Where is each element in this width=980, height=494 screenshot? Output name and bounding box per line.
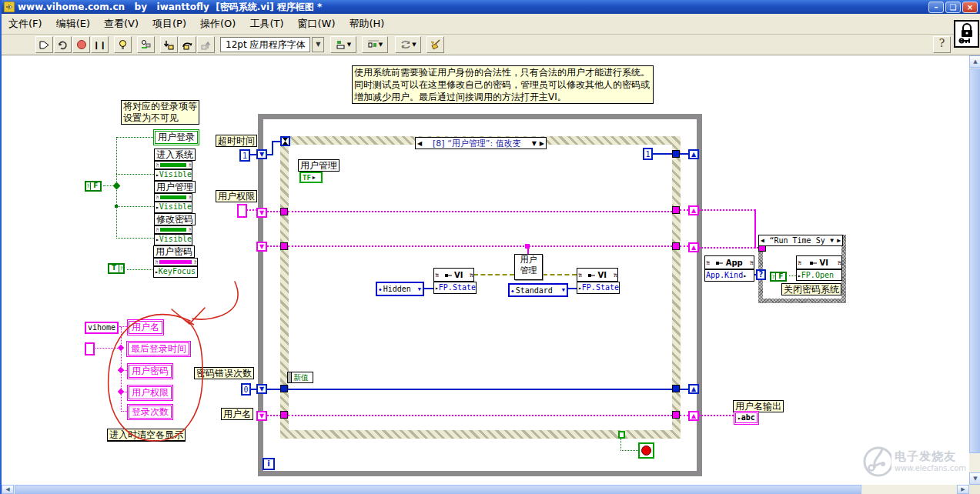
loop-condition-terminal[interactable] — [638, 442, 654, 459]
close-system-label[interactable]: 关闭密码系统 — [781, 283, 841, 295]
tunnel[interactable] — [280, 411, 288, 419]
case-selector-terminal[interactable]: ? — [756, 269, 766, 280]
fp-state-enum-standard[interactable]: ◆Standard▼ — [508, 283, 568, 297]
shift-register-right-uname[interactable]: ▲ — [688, 411, 699, 421]
change-pwd-node-label[interactable]: 修改密码 — [154, 213, 196, 225]
last-login-local[interactable]: 最后登录时间 — [126, 341, 191, 357]
shift-register-right-priv[interactable]: ▲ — [688, 205, 699, 215]
user-pwd-local[interactable]: 用户密码 — [127, 363, 173, 379]
context-help-button[interactable]: ? — [933, 36, 951, 53]
menu-file[interactable]: 文件(F) — [2, 15, 49, 32]
shift-register-right-error[interactable]: ▲ — [688, 242, 699, 252]
menu-view[interactable]: 查看(V) — [97, 15, 145, 32]
close-button[interactable]: × — [962, 2, 978, 13]
change-pwd-node-bar[interactable]: ?!?! — [154, 225, 192, 234]
tunnel[interactable] — [672, 242, 680, 250]
scroll-down-arrow[interactable]: ▼ — [969, 472, 980, 485]
font-selector[interactable]: 12pt 应用程序字体 — [220, 37, 310, 52]
prev-case-icon[interactable]: ◀ — [416, 140, 423, 147]
run-continuous-button[interactable] — [54, 36, 72, 53]
event-structure[interactable] — [280, 136, 681, 439]
title-bar[interactable]: www.vihome.com.cn by iwanttofly [密码系统.vi… — [2, 0, 980, 14]
menu-window[interactable]: 窗口(W) — [291, 15, 343, 32]
next-case-icon[interactable]: ▶ — [538, 140, 546, 147]
run-button[interactable] — [35, 36, 53, 53]
align-objects-dropdown[interactable]: ▼ — [330, 36, 356, 53]
user-mgmt-boolean-terminal[interactable]: TF▸ — [299, 172, 323, 183]
retain-wire-values-button[interactable] — [137, 36, 155, 53]
fp-state-enum-hidden[interactable]: ◆Hidden▼ — [376, 282, 424, 296]
shift-register-left-timeout[interactable]: ▼ — [256, 149, 267, 159]
step-over-button[interactable] — [179, 36, 196, 53]
horizontal-scroll-thumb[interactable] — [15, 485, 861, 494]
pwd-error-label[interactable]: 密码错误次数 — [194, 367, 254, 379]
user-pwd-keyfocus-property[interactable]: ▸KeyFocus — [153, 266, 198, 278]
case-dropdown-icon[interactable]: ▼ — [530, 140, 538, 147]
prev-case-icon[interactable]: ◀ — [759, 237, 766, 244]
event-data-node-newval[interactable]: 新值 — [287, 372, 313, 383]
iteration-constant[interactable]: 1 — [643, 148, 653, 160]
step-into-button[interactable] — [160, 36, 178, 53]
case-dropdown-icon[interactable]: ▼ — [828, 237, 835, 244]
vi-property-node-header[interactable]: ?! VI?! — [577, 268, 618, 282]
fp-open-property[interactable]: ▸FP.Open — [796, 269, 842, 281]
username-local[interactable]: 用户名 — [127, 319, 164, 335]
case-selector-header[interactable]: ◀ “Run Time Sy ▼ ▶ — [758, 235, 843, 246]
true-constant[interactable]: T? — [108, 263, 125, 274]
false-constant-case[interactable]: ?F — [770, 272, 787, 282]
enter-system-node-bar[interactable]: ?!?! — [154, 161, 192, 169]
tunnel[interactable] — [280, 242, 288, 250]
timeout-label[interactable]: 超时时间 — [216, 135, 257, 147]
vi-property-node-header[interactable]: ?! VI?! — [433, 268, 474, 282]
step-out-button[interactable] — [197, 36, 215, 53]
login-local-variable[interactable]: 用户登录 — [153, 129, 199, 145]
shift-register-left-count[interactable]: ▼ — [256, 384, 267, 394]
fp-state-property-2[interactable]: ▸FP.State — [577, 282, 620, 294]
fp-state-property-1[interactable]: ▸FP.State — [433, 282, 477, 294]
reorder-dropdown[interactable]: ▼ — [395, 36, 421, 53]
boolean-tunnel[interactable] — [618, 431, 625, 439]
shift-register-right-timeout[interactable]: ▲ — [688, 149, 699, 159]
username-label[interactable]: 用户名 — [221, 408, 253, 420]
shift-register-left-uname[interactable]: ▼ — [256, 411, 267, 421]
scroll-right-arrow[interactable]: ▶ — [957, 485, 969, 494]
vi-property-node-header[interactable]: ?! VI?! — [796, 255, 842, 269]
user-mgmt-node-bar[interactable]: ?!?! — [154, 193, 192, 202]
tunnel[interactable] — [672, 385, 680, 392]
menu-help[interactable]: 帮助(H) — [343, 15, 392, 32]
scroll-up-arrow[interactable]: ▲ — [969, 55, 980, 68]
user-mgmt-node-label[interactable]: 用户管理 — [154, 181, 196, 193]
minimize-button[interactable]: – — [928, 2, 944, 13]
login-count-local[interactable]: 登录次数 — [127, 404, 173, 420]
diagram-comment-clear[interactable]: 进入时清空各显示 — [107, 429, 186, 442]
user-mgmt-terminal-label[interactable]: 用户管理 — [298, 159, 339, 172]
user-priv-local[interactable]: 用户权限 — [127, 385, 173, 401]
empty-string-constant[interactable] — [85, 342, 95, 355]
timeout-constant[interactable]: 1 — [239, 149, 250, 162]
tunnel[interactable] — [672, 150, 680, 158]
user-mgmt-visible-property[interactable]: ▸Visible — [154, 202, 192, 213]
horizontal-scrollbar[interactable]: ◀ ▶ — [2, 485, 969, 494]
change-pwd-visible-property[interactable]: ▸Visible — [154, 234, 192, 245]
tunnel[interactable] — [672, 206, 680, 214]
locked-vi-indicator[interactable] — [954, 20, 979, 48]
next-case-icon[interactable]: ▶ — [835, 237, 842, 244]
menu-tools[interactable]: 工具(T) — [242, 15, 290, 32]
app-property-node-header[interactable]: ?! App?! — [704, 255, 754, 269]
highlight-execution-button[interactable] — [114, 36, 132, 53]
cleanup-diagram-button[interactable] — [426, 36, 444, 53]
tunnel[interactable] — [280, 385, 288, 392]
app-kind-property[interactable]: App.Kind▸ — [704, 269, 754, 282]
pwd-error-constant[interactable]: 0 — [241, 383, 251, 396]
menu-edit[interactable]: 编辑(E) — [49, 15, 97, 32]
user-pwd-node-bar[interactable]: ?!?! — [153, 258, 198, 266]
user-mgmt-subvi[interactable]: 用户 管理 — [514, 254, 543, 280]
block-diagram-canvas[interactable]: 使用系统前需要验证用户身份的合法性，只有合法的用户才能进行系统。 同时测试员可以… — [2, 55, 968, 485]
shift-register-left-priv[interactable]: ▼ — [256, 208, 267, 218]
restore-button[interactable]: ❏ — [945, 2, 961, 13]
loop-iteration-terminal[interactable]: i — [263, 458, 275, 470]
menu-project[interactable]: 项目(P) — [145, 15, 193, 32]
distribute-objects-dropdown[interactable]: ▼ — [362, 36, 388, 53]
scroll-left-arrow[interactable]: ◀ — [2, 485, 14, 494]
diagram-comment-left[interactable]: 将对应的登录项等 设置为不可见 — [121, 100, 199, 125]
